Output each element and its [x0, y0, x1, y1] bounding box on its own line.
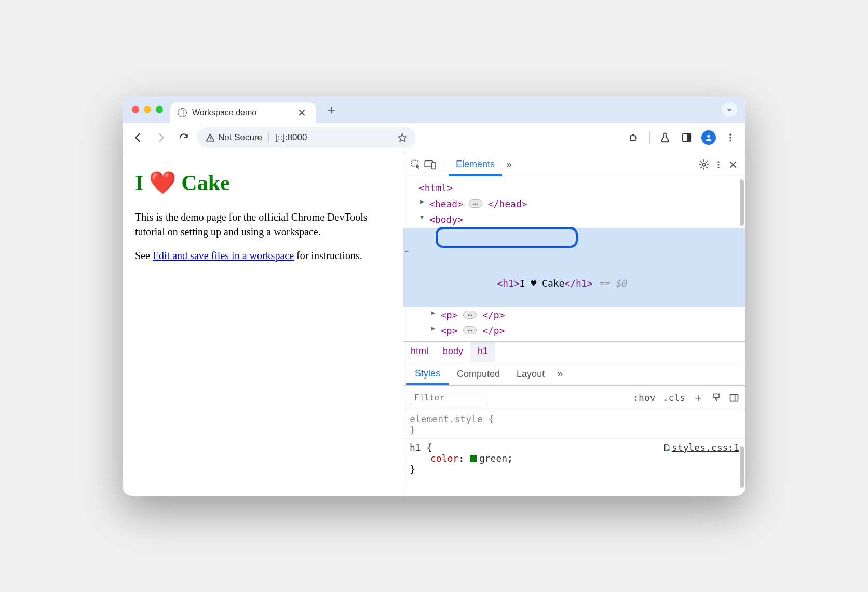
- inspect-icon: [410, 159, 422, 170]
- dots-vertical-icon: [725, 132, 736, 143]
- toggle-common-button[interactable]: [729, 393, 739, 403]
- devtools-toolbar: Elements »: [403, 152, 745, 177]
- device-toggle-button[interactable]: [423, 157, 438, 172]
- content-area: I ❤️ Cake This is the demo page for the …: [123, 152, 745, 496]
- dom-row-h1-selected[interactable]: ⋯ <h1>I ♥ Cake</h1> == $0: [403, 228, 745, 307]
- tutorial-link[interactable]: Edit and save files in a workspace: [153, 250, 294, 261]
- back-button[interactable]: [129, 128, 147, 147]
- svg-point-4: [707, 134, 710, 137]
- security-chip[interactable]: Not Secure: [206, 132, 269, 143]
- styles-filter-input[interactable]: [410, 391, 487, 405]
- dom-row-p1[interactable]: ▶<p> </p>: [403, 307, 745, 324]
- styles-toolbar: :hov .cls ＋: [403, 386, 745, 410]
- svg-point-7: [729, 140, 731, 141]
- browser-toolbar: Not Secure [::]:8000: [123, 123, 745, 152]
- rule-source-link[interactable]: styles.css:1: [662, 442, 739, 453]
- devtools-divider: [443, 158, 443, 171]
- panel-right-icon: [729, 393, 739, 403]
- close-devtools-button[interactable]: [726, 157, 740, 172]
- minimize-window-button[interactable]: [144, 106, 151, 113]
- svg-point-18: [667, 449, 669, 451]
- puzzle-icon: [629, 132, 640, 143]
- more-panels-button[interactable]: »: [502, 158, 516, 170]
- cls-toggle[interactable]: .cls: [663, 392, 685, 403]
- hov-toggle[interactable]: :hov: [633, 392, 655, 403]
- layout-tab[interactable]: Layout: [508, 363, 553, 385]
- more-styles-tabs-button[interactable]: »: [553, 368, 567, 380]
- flask-icon: [659, 132, 671, 143]
- page-paragraph-2: See Edit and save files in a workspace f…: [135, 248, 390, 263]
- dom-breadcrumbs: html body h1: [403, 341, 745, 362]
- close-icon: [728, 160, 738, 169]
- computed-tab[interactable]: Computed: [449, 363, 508, 385]
- brush-icon: [711, 393, 722, 403]
- collapsed-ellipsis-icon[interactable]: [469, 199, 482, 208]
- device-icon: [424, 159, 437, 170]
- new-rule-button[interactable]: ＋: [693, 390, 704, 406]
- devtools-settings-button[interactable]: [697, 157, 711, 172]
- page-paragraph-1: This is the demo page for the official C…: [135, 210, 390, 239]
- dom-row-body[interactable]: ▼<body>: [403, 212, 745, 228]
- tab-strip: Workspace demo ✕ ＋: [123, 96, 745, 123]
- styles-tabs: Styles Computed Layout »: [403, 362, 745, 386]
- elements-tab[interactable]: Elements: [449, 153, 502, 176]
- gear-icon: [698, 159, 710, 170]
- inspect-element-button[interactable]: [409, 157, 423, 172]
- row-actions-icon[interactable]: ⋯: [404, 244, 410, 260]
- crumb-body[interactable]: body: [436, 342, 470, 362]
- svg-point-6: [729, 137, 731, 138]
- svg-point-5: [729, 133, 731, 135]
- dom-row-html[interactable]: <html>: [403, 180, 745, 196]
- maximize-window-button[interactable]: [156, 106, 163, 113]
- color-swatch[interactable]: [470, 455, 477, 462]
- svg-point-11: [702, 163, 706, 166]
- browser-menu-button[interactable]: [722, 129, 739, 146]
- arrow-left-icon: [132, 132, 144, 143]
- close-tab-button[interactable]: ✕: [295, 106, 308, 119]
- tabs-dropdown-button[interactable]: [722, 102, 737, 117]
- panel-icon: [681, 132, 693, 143]
- globe-icon: [178, 108, 187, 117]
- profile-button[interactable]: [700, 129, 717, 146]
- rules-scrollbar[interactable]: [740, 446, 744, 488]
- new-tab-button[interactable]: ＋: [325, 101, 337, 118]
- dom-row-p2[interactable]: ▶<p> </p>: [403, 323, 745, 339]
- copy-styles-button[interactable]: [711, 393, 722, 403]
- devtools-panel: Elements » <html> ▶<head> </head> ▼<body…: [403, 152, 745, 496]
- side-panel-button[interactable]: [678, 129, 696, 146]
- svg-point-1: [210, 139, 211, 140]
- webpage: I ❤️ Cake This is the demo page for the …: [123, 152, 403, 496]
- address-bar[interactable]: Not Secure [::]:8000: [197, 127, 416, 148]
- rule-element-style[interactable]: element.style { }: [403, 410, 745, 439]
- collapsed-ellipsis-icon[interactable]: [463, 311, 477, 319]
- page-heading: I ❤️ Cake: [135, 168, 390, 198]
- arrow-right-icon: [155, 132, 167, 143]
- close-window-button[interactable]: [132, 106, 139, 113]
- url-text: [::]:8000: [275, 132, 307, 143]
- devtools-menu-button[interactable]: [711, 157, 726, 172]
- crumb-h1[interactable]: h1: [470, 342, 495, 362]
- dots-vertical-icon: [714, 160, 723, 169]
- chevron-down-icon: [726, 106, 733, 113]
- svg-point-13: [718, 164, 720, 165]
- file-icon: [662, 443, 671, 452]
- rule-h1[interactable]: h1 { styles.css:1 color: green; }: [403, 439, 745, 478]
- browser-window: Workspace demo ✕ ＋ Not Secure [::]:8000: [123, 96, 745, 496]
- dom-row-head[interactable]: ▶<head> </head>: [403, 196, 745, 212]
- reload-icon: [179, 132, 189, 143]
- labs-button[interactable]: [656, 129, 674, 146]
- extensions-button[interactable]: [626, 129, 643, 146]
- svg-rect-10: [432, 162, 436, 169]
- warning-triangle-icon: [206, 133, 215, 142]
- dom-tree[interactable]: <html> ▶<head> </head> ▼<body> ⋯ <h1>I ♥…: [403, 177, 745, 341]
- forward-button[interactable]: [152, 128, 170, 147]
- collapsed-ellipsis-icon[interactable]: [463, 326, 477, 334]
- window-controls: [132, 106, 163, 113]
- svg-point-12: [718, 161, 720, 163]
- browser-tab[interactable]: Workspace demo ✕: [170, 102, 316, 123]
- star-icon[interactable]: [397, 132, 408, 143]
- styles-tab[interactable]: Styles: [406, 362, 449, 385]
- svg-rect-3: [687, 133, 691, 141]
- crumb-html[interactable]: html: [403, 342, 436, 362]
- reload-button[interactable]: [174, 128, 193, 147]
